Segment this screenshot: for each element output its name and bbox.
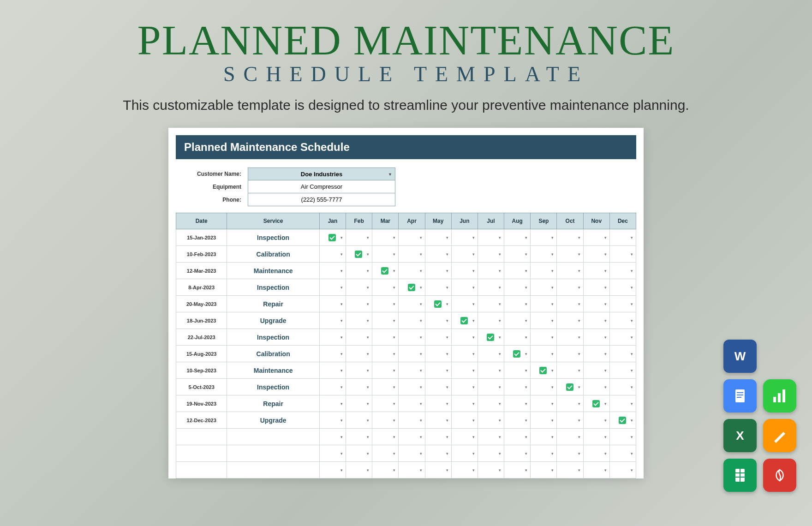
month-cell[interactable]: ▾ (346, 462, 372, 478)
month-cell[interactable]: ▾ (478, 312, 504, 329)
month-cell[interactable]: ▾ (504, 462, 531, 478)
month-cell[interactable]: ▾ (609, 263, 636, 279)
month-cell[interactable]: ▾ (504, 263, 531, 279)
month-cell[interactable]: ▾ (372, 246, 399, 263)
month-cell[interactable]: ▾ (319, 462, 346, 478)
month-cell[interactable]: ▾ (478, 445, 504, 462)
month-cell[interactable]: ▾ (399, 329, 425, 346)
month-cell[interactable]: ▾ (451, 246, 478, 263)
month-cell[interactable]: ▾ (346, 445, 372, 462)
month-cell[interactable]: ▾ (557, 279, 583, 296)
customer-name-select[interactable]: Doe Industries ▾ (248, 167, 395, 180)
month-cell[interactable]: ▾ (583, 296, 609, 312)
month-cell[interactable]: ▾ (504, 296, 531, 312)
month-cell[interactable]: ▾ (372, 379, 399, 395)
month-cell[interactable]: ▾ (609, 312, 636, 329)
month-cell[interactable]: ▾ (478, 246, 504, 263)
month-cell[interactable]: ▾ (372, 462, 399, 478)
month-cell[interactable]: ▾ (609, 395, 636, 412)
month-cell[interactable]: ▾ (451, 229, 478, 246)
month-cell[interactable]: ▾ (609, 346, 636, 362)
month-cell[interactable]: ▾ (504, 346, 531, 362)
month-cell[interactable]: ▾ (583, 462, 609, 478)
month-cell[interactable]: ▾ (399, 296, 425, 312)
month-cell[interactable]: ▾ (399, 462, 425, 478)
month-cell[interactable]: ▾ (583, 429, 609, 445)
month-cell[interactable]: ▾ (425, 296, 451, 312)
month-cell[interactable]: ▾ (346, 246, 372, 263)
month-cell[interactable]: ▾ (425, 246, 451, 263)
month-cell[interactable]: ▾ (609, 362, 636, 379)
month-cell[interactable]: ▾ (557, 329, 583, 346)
month-cell[interactable]: ▾ (504, 279, 531, 296)
month-cell[interactable]: ▾ (583, 412, 609, 429)
month-cell[interactable]: ▾ (319, 346, 346, 362)
month-cell[interactable]: ▾ (531, 362, 557, 379)
month-cell[interactable]: ▾ (557, 362, 583, 379)
month-cell[interactable]: ▾ (399, 229, 425, 246)
month-cell[interactable]: ▾ (504, 429, 531, 445)
month-cell[interactable]: ▾ (451, 346, 478, 362)
month-cell[interactable]: ▾ (372, 346, 399, 362)
month-cell[interactable]: ▾ (478, 296, 504, 312)
month-cell[interactable]: ▾ (478, 395, 504, 412)
month-cell[interactable]: ▾ (451, 362, 478, 379)
month-cell[interactable]: ▾ (425, 346, 451, 362)
month-cell[interactable]: ▾ (399, 362, 425, 379)
month-cell[interactable]: ▾ (451, 296, 478, 312)
month-cell[interactable]: ▾ (319, 279, 346, 296)
month-cell[interactable]: ▾ (557, 346, 583, 362)
month-cell[interactable]: ▾ (531, 296, 557, 312)
month-cell[interactable]: ▾ (319, 312, 346, 329)
month-cell[interactable]: ▾ (372, 329, 399, 346)
month-cell[interactable]: ▾ (478, 362, 504, 379)
month-cell[interactable]: ▾ (504, 445, 531, 462)
month-cell[interactable]: ▾ (425, 362, 451, 379)
month-cell[interactable]: ▾ (583, 346, 609, 362)
month-cell[interactable]: ▾ (478, 462, 504, 478)
month-cell[interactable]: ▾ (557, 445, 583, 462)
month-cell[interactable]: ▾ (531, 429, 557, 445)
month-cell[interactable]: ▾ (609, 379, 636, 395)
month-cell[interactable]: ▾ (557, 462, 583, 478)
phone-field[interactable]: (222) 555-7777 (248, 193, 395, 206)
month-cell[interactable]: ▾ (425, 395, 451, 412)
month-cell[interactable]: ▾ (609, 412, 636, 429)
month-cell[interactable]: ▾ (609, 329, 636, 346)
month-cell[interactable]: ▾ (372, 312, 399, 329)
month-cell[interactable]: ▾ (372, 362, 399, 379)
month-cell[interactable]: ▾ (451, 279, 478, 296)
month-cell[interactable]: ▾ (319, 296, 346, 312)
month-cell[interactable]: ▾ (531, 346, 557, 362)
month-cell[interactable]: ▾ (504, 362, 531, 379)
month-cell[interactable]: ▾ (372, 229, 399, 246)
month-cell[interactable]: ▾ (346, 395, 372, 412)
month-cell[interactable]: ▾ (583, 263, 609, 279)
month-cell[interactable]: ▾ (557, 229, 583, 246)
month-cell[interactable]: ▾ (399, 263, 425, 279)
month-cell[interactable]: ▾ (609, 296, 636, 312)
month-cell[interactable]: ▾ (504, 412, 531, 429)
month-cell[interactable]: ▾ (531, 279, 557, 296)
month-cell[interactable]: ▾ (425, 229, 451, 246)
month-cell[interactable]: ▾ (583, 379, 609, 395)
month-cell[interactable]: ▾ (399, 445, 425, 462)
month-cell[interactable]: ▾ (319, 445, 346, 462)
month-cell[interactable]: ▾ (583, 229, 609, 246)
month-cell[interactable]: ▾ (451, 312, 478, 329)
month-cell[interactable]: ▾ (504, 246, 531, 263)
month-cell[interactable]: ▾ (557, 412, 583, 429)
month-cell[interactable]: ▾ (583, 312, 609, 329)
month-cell[interactable]: ▾ (372, 429, 399, 445)
month-cell[interactable]: ▾ (319, 395, 346, 412)
month-cell[interactable]: ▾ (583, 395, 609, 412)
month-cell[interactable]: ▾ (583, 246, 609, 263)
month-cell[interactable]: ▾ (557, 263, 583, 279)
month-cell[interactable]: ▾ (346, 379, 372, 395)
month-cell[interactable]: ▾ (531, 379, 557, 395)
month-cell[interactable]: ▾ (451, 329, 478, 346)
month-cell[interactable]: ▾ (346, 279, 372, 296)
month-cell[interactable]: ▾ (399, 429, 425, 445)
pdf-icon[interactable] (763, 459, 796, 492)
month-cell[interactable]: ▾ (531, 445, 557, 462)
